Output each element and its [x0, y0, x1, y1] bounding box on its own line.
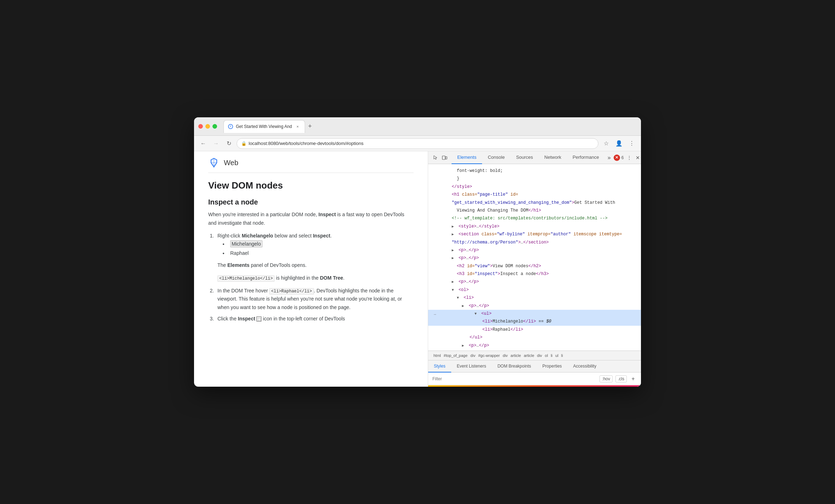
devtools-menu-button[interactable]: ⋮	[625, 153, 634, 162]
breadcrumb-html[interactable]: html	[432, 353, 442, 358]
tab-styles[interactable]: Styles	[428, 360, 451, 373]
expand-arrow-icon[interactable]: ▶	[452, 279, 456, 285]
bold-inspect: Inspect	[313, 233, 330, 239]
breadcrumb-gc-wrapper[interactable]: #gc-wrapper	[477, 353, 501, 358]
reload-button[interactable]: ↻	[224, 139, 234, 149]
maximize-traffic-light[interactable]	[212, 124, 217, 129]
instruction-step-2: In the DOM Tree hover <li>Raphael</li>. …	[215, 287, 414, 312]
error-icon: ✕	[614, 155, 620, 161]
breadcrumb-article1[interactable]: article	[509, 353, 522, 358]
page-header: Web	[208, 151, 414, 173]
dom-line-michelangelo: <li>Michelangelo</li> == $0	[428, 318, 641, 325]
url-bar[interactable]: 🔒 localhost:8080/web/tools/chrome-devtoo…	[237, 138, 598, 149]
dom-tag: <p>	[459, 279, 466, 284]
intro-text: When you're interested in a particular D…	[208, 212, 317, 217]
tab-performance[interactable]: Performance	[567, 151, 604, 164]
dom-indent	[434, 168, 454, 173]
expand-arrow-icon[interactable]: ▶	[462, 343, 466, 349]
svg-rect-2	[446, 157, 447, 159]
tab-console[interactable]: Console	[482, 151, 510, 164]
expand-arrow-icon[interactable]: ▼	[452, 287, 456, 293]
expand-arrow-icon[interactable]: ▶	[452, 255, 456, 261]
dom-text: }	[457, 176, 459, 181]
chrome-menu-button[interactable]: ⋮	[627, 139, 637, 149]
dom-tag: </h2>	[528, 264, 541, 269]
breadcrumb-div1[interactable]: div	[469, 353, 476, 358]
dom-tag: </p>	[469, 279, 479, 284]
expand-arrow-icon[interactable]: ▶	[452, 224, 456, 230]
dom-line: "http://schema.org/Person">…</section>	[428, 239, 641, 246]
tab-dom-breakpoints[interactable]: DOM Breakpoints	[492, 360, 537, 373]
expand-arrow-icon[interactable]: ▼	[475, 311, 479, 317]
devtools-close-button[interactable]: ✕	[634, 153, 641, 162]
dom-tag: </style>	[479, 224, 499, 229]
dom-ellipsis-left: …	[434, 312, 436, 316]
dom-indent	[434, 343, 459, 348]
tab-accessibility[interactable]: Accessibility	[568, 360, 602, 373]
forward-button[interactable]: →	[211, 139, 221, 149]
error-count: 6	[621, 155, 624, 160]
page-intro-paragraph: When you're interested in a particular D…	[208, 211, 414, 228]
account-button[interactable]: 👤	[614, 139, 624, 149]
dom-tag: <h3	[457, 271, 467, 276]
dom-line: "get_started_with_viewing_and_changing_t…	[428, 199, 641, 207]
filter-hov-button[interactable]: :hov	[599, 375, 613, 382]
filter-cls-button[interactable]: .cls	[615, 375, 627, 382]
bookmark-button[interactable]: ☆	[601, 139, 611, 149]
more-tabs-button[interactable]: »	[605, 151, 614, 164]
dom-tag: </p>	[479, 303, 489, 308]
expand-arrow-icon[interactable]: ▶	[452, 231, 456, 237]
close-traffic-light[interactable]	[198, 124, 203, 129]
breadcrumb-ol[interactable]: ol	[544, 353, 549, 358]
tab-properties[interactable]: Properties	[537, 360, 568, 373]
tab-bar: Get Started With Viewing And × +	[223, 120, 637, 133]
sub-item-michelangelo: Michelangelo	[228, 240, 414, 248]
dom-text: Get Started With	[574, 200, 615, 205]
highlighted-michelangelo: Michelangelo	[230, 240, 262, 247]
dom-tag: <li>	[464, 295, 474, 300]
dom-tag: </p>	[469, 248, 479, 253]
inspect-element-button[interactable]	[431, 153, 439, 162]
filter-plus-button[interactable]: +	[630, 375, 637, 382]
dom-indent	[434, 319, 480, 324]
back-button[interactable]: ←	[198, 139, 208, 149]
filter-input[interactable]	[432, 376, 597, 381]
devtools-bottom-gradient	[428, 385, 641, 387]
minimize-traffic-light[interactable]	[205, 124, 210, 129]
tab-sources[interactable]: Sources	[510, 151, 539, 164]
dom-text: Inspect a node	[500, 271, 536, 276]
new-tab-button[interactable]: +	[305, 122, 315, 131]
breadcrumb-div2[interactable]: div	[502, 353, 509, 358]
active-tab[interactable]: Get Started With Viewing And ×	[223, 120, 305, 133]
dom-breadcrumb-bar: html #top_of_page div #gc-wrapper div ar…	[428, 351, 641, 360]
dom-tag: >	[490, 264, 492, 269]
breadcrumb-div3[interactable]: div	[536, 353, 543, 358]
dom-tag: <ul>	[481, 311, 492, 316]
dom-tag: >	[518, 240, 521, 245]
breadcrumb-li[interactable]: li	[550, 353, 554, 358]
expand-arrow-icon[interactable]: ▶	[462, 303, 466, 309]
instructions-list: Right-click Michelangelo below and selec…	[215, 232, 414, 323]
dom-tag: <li>	[482, 327, 493, 332]
dom-tag: <p>	[459, 256, 466, 261]
error-badge[interactable]: ✕ 6	[614, 155, 624, 161]
code-li-raphael: <li>Raphael</li>	[269, 288, 314, 295]
breadcrumb-li2[interactable]: li	[560, 353, 564, 358]
tab-event-listeners[interactable]: Event Listeners	[451, 360, 492, 373]
tab-network[interactable]: Network	[539, 151, 567, 164]
expand-arrow-icon[interactable]: ▼	[457, 295, 461, 301]
breadcrumb-article2[interactable]: article	[523, 353, 535, 358]
expand-arrow-icon[interactable]: ▶	[452, 247, 456, 253]
breadcrumb-top-of-page[interactable]: #top_of_page	[443, 353, 469, 358]
dom-attr-val: "inspect"	[475, 271, 498, 276]
dom-tag: </section>	[523, 240, 549, 245]
dom-tag: <p>	[469, 343, 476, 348]
dom-attr: itemprop=	[525, 232, 551, 237]
dom-line: ▼ <ol>	[428, 286, 641, 294]
page-content: Web View DOM nodes Inspect a node When y…	[194, 151, 428, 387]
breadcrumb-ul[interactable]: ul	[554, 353, 560, 358]
dom-attr: class=	[462, 192, 477, 197]
tab-elements[interactable]: Elements	[452, 151, 482, 164]
device-toggle-button[interactable]	[440, 153, 449, 162]
tab-close-button[interactable]: ×	[295, 124, 300, 129]
